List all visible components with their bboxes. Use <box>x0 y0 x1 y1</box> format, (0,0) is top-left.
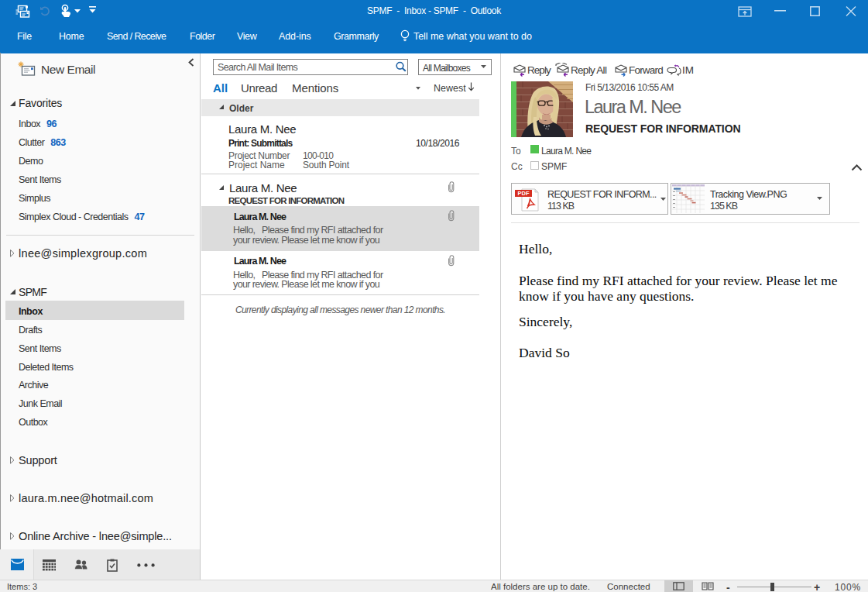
svg-text:PDF: PDF <box>518 190 530 197</box>
